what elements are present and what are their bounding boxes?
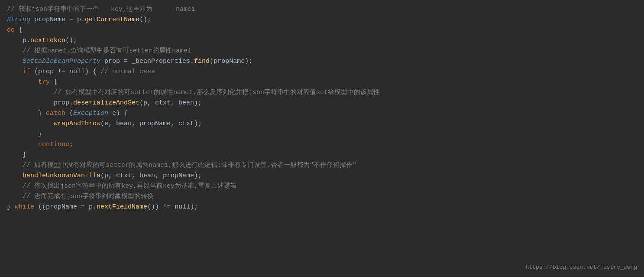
- code-line-15: }: [7, 150, 637, 160]
- code-line-10: prop.deserializeAndSet(p, ctxt, bean);: [7, 98, 637, 108]
- code-line-1: // 获取json字符串中的下一个 key,这里即为 name1: [7, 4, 637, 15]
- code-line-19: // 进而完成有json字符串到对象模型的转换: [7, 192, 637, 202]
- code-line-3: do {: [7, 25, 637, 36]
- url-text: https://blog.csdn.net/justry_deng: [526, 264, 637, 270]
- code-line-6: SettableBeanProperty prop = _beanPropert…: [7, 56, 637, 67]
- code-line-8: try {: [7, 77, 637, 88]
- code-line-5: // 根据name1,查询模型中是否有可setter的属性name1: [7, 46, 637, 56]
- code-line-7: if (prop != null) { // normal case: [7, 67, 637, 77]
- code-line-4: p.nextToken();: [7, 36, 637, 46]
- code-line-11: } catch (Exception e) {: [7, 108, 637, 119]
- code-line-20: } while ((propName = p.nextFieldName()) …: [7, 202, 637, 212]
- code-line-9: // 如有模型中有对应的可setter的属性name1,那么反序列化并把json…: [7, 88, 637, 98]
- code-line-18: // 依次找出json字符串中的所有key,再以当前key为基准,重复上述逻辑: [7, 181, 637, 192]
- code-line-17: handleUnknownVanilla(p, ctxt, bean, prop…: [7, 171, 637, 181]
- code-line-14: continue;: [7, 140, 637, 150]
- code-line-13: }: [7, 129, 637, 140]
- code-line-16: // 如有模型中没有对应的可setter的属性name1,那么进行此逻辑;除非有…: [7, 160, 637, 171]
- code-line-2: String propName = p.getCurrentName();: [7, 15, 637, 25]
- code-block: // 获取json字符串中的下一个 key,这里即为 name1 String …: [0, 0, 644, 277]
- footer-url: https://blog.csdn.net/justry_deng: [526, 262, 637, 273]
- code-line-12: wrapAndThrow(e, bean, propName, ctxt);: [7, 119, 637, 129]
